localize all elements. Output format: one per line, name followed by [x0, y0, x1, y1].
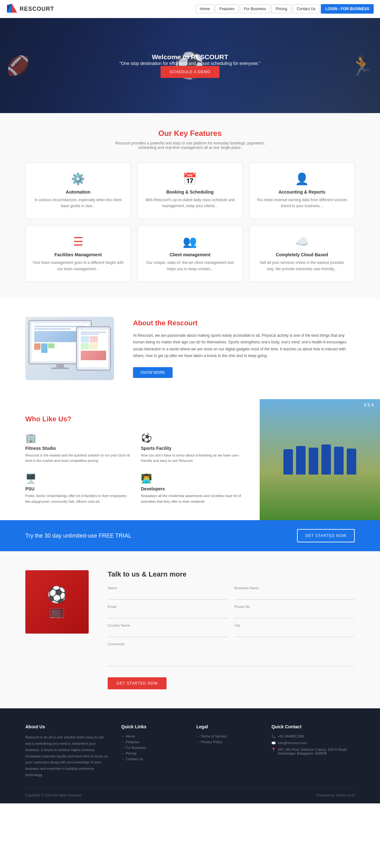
footer-phone-item: 📞 +91 8448811368: [272, 734, 355, 738]
soccer-image-placeholder: 3 2 4: [260, 399, 380, 520]
business-name-input[interactable]: [234, 591, 355, 600]
footer-bottom: Copyright © 2018 All rights reserved. Po…: [25, 788, 355, 797]
bar-3: [48, 343, 55, 348]
nav-contact[interactable]: Contact Us: [293, 4, 319, 13]
footer-quicklinks-title: Quick Links: [121, 724, 184, 729]
login-button[interactable]: LOGIN - FOR BUSINESS: [321, 4, 374, 13]
player-2: [296, 446, 306, 474]
tg-4: [90, 343, 98, 349]
email-field: Email: [108, 605, 228, 618]
city-label: City: [234, 623, 355, 627]
form-row-2: Email Phone No: [108, 605, 355, 618]
sports-figure-left: 🏈: [6, 55, 30, 77]
developers-icon: 👨‍💻: [141, 473, 247, 484]
contact-title: Talk to us & Learn more: [108, 570, 355, 579]
footer-link-contact[interactable]: Contact Us: [121, 757, 184, 761]
name-field: Name: [108, 586, 228, 600]
hero-welcome: Welcome to: [152, 53, 191, 61]
footer-about-col: About Us Rescourt is an all-in-one solut…: [25, 724, 108, 778]
who-section: Who Like Us? 🏢 Fitness Studio Rescourt i…: [0, 399, 380, 520]
footer-link-home[interactable]: Home: [121, 734, 184, 738]
know-more-button[interactable]: KNOW MORE: [133, 367, 172, 378]
accounting-icon: 👤: [256, 172, 348, 186]
features-section: Our Key Features Rescourt provides a pow…: [0, 113, 380, 298]
hero-cta-button[interactable]: SCHEDULE A DEMO: [161, 66, 219, 78]
nav-home[interactable]: Home: [196, 4, 214, 13]
form-row-3: Country Name City: [108, 623, 355, 637]
nav-features[interactable]: Features: [215, 4, 239, 13]
tg-1: [81, 336, 89, 342]
facilities-title: Facilities Management: [32, 252, 124, 257]
mockup-container: [29, 320, 111, 377]
footer-legal-title: Legal: [196, 724, 259, 729]
bar-2: [41, 343, 48, 353]
player-4: [321, 444, 331, 474]
trial-button[interactable]: GET STARTED NOW: [297, 529, 355, 542]
player-6: [347, 448, 356, 474]
phone-label: Phone No: [234, 605, 355, 609]
tablet-chart: [81, 351, 106, 360]
who-title: Who Like Us?: [25, 415, 247, 423]
country-input[interactable]: [108, 628, 228, 637]
who-item-psu: 🖥️ PSU Public Sector Undertakings offer …: [25, 473, 131, 504]
footer-link-pricing[interactable]: Pricing: [121, 751, 184, 755]
sports-icon: ⚽: [141, 433, 247, 443]
logo: RESCOURT: [6, 3, 54, 14]
contact-image: ⚽ 📺: [25, 570, 89, 633]
trial-text: Try the 30 day unlimited-use FREE TRIAL: [25, 532, 131, 539]
who-item-fitness: 🏢 Fitness Studio Rescourt is the easiest…: [25, 433, 131, 464]
booking-title: Booking & Scheduling: [144, 189, 236, 194]
automation-title: Automation: [32, 189, 124, 194]
logo-icon: [6, 3, 18, 14]
tablet-screen: [79, 330, 108, 367]
sports-desc: Now you don't have to worry about schedu…: [141, 453, 247, 464]
accounting-desc: You need revenue earning data from diffe…: [256, 197, 348, 209]
client-title: Client management: [144, 252, 236, 257]
footer-link-forbusiness[interactable]: For Business: [121, 746, 184, 749]
footer-address: #57, 4th Floor, Defence Colony, 100 Ft R…: [278, 748, 355, 755]
player-3: [309, 447, 318, 474]
features-grid: ⚙️ Automation In various circumstances, …: [25, 162, 355, 282]
email-input[interactable]: [108, 610, 228, 618]
powered-by-text: Powered by: Ebaco.co.in: [316, 793, 355, 797]
cloud-icon: ☁️: [256, 235, 348, 248]
footer-link-features[interactable]: Features: [121, 740, 184, 744]
logo-text: RESCOURT: [20, 6, 54, 12]
who-item-developers: 👨‍💻 Developers Nowadays all the resident…: [141, 473, 247, 504]
hero-title: Welcome to RESCOURT: [119, 53, 261, 61]
footer-about-text: Rescourt is an all-in-one solution that'…: [25, 734, 108, 778]
soccer-ball-icon: ⚽: [47, 585, 67, 604]
city-input[interactable]: [234, 628, 355, 637]
facilities-icon: ☰: [32, 235, 124, 248]
sports-title: Sports Facility: [141, 446, 247, 451]
jersey-numbers: 3 2 4: [364, 402, 374, 407]
hero-section: 🏈 ⚽ 🏃 Welcome to RESCOURT "One stop dest…: [0, 18, 380, 113]
form-row-1: Name Business Name: [108, 586, 355, 600]
nav-for-business[interactable]: For Business: [240, 4, 270, 13]
tg-3: [81, 343, 89, 349]
contact-form: Talk to us & Learn more Name Business Na…: [108, 570, 355, 689]
monitor-stand: [56, 364, 64, 368]
bar-1: [34, 343, 40, 350]
features-title-prefix: O: [158, 129, 164, 137]
psu-desc: Public Sector Undertakings offer lot of …: [25, 493, 131, 504]
comments-input[interactable]: [108, 647, 355, 666]
features-title: Our Key Features: [25, 129, 355, 138]
phone-input[interactable]: [234, 610, 355, 618]
about-title-prefix: A: [133, 319, 138, 327]
footer-quicklinks-col: Quick Links Home Features For Business P…: [121, 724, 184, 778]
about-content: About the Rescourt At Rescourt, we are p…: [133, 319, 355, 378]
accounting-title: Accounting & Reports: [256, 189, 348, 194]
name-input[interactable]: [108, 591, 228, 600]
footer-link-terms[interactable]: Terms of Service: [196, 734, 259, 738]
nav-pricing[interactable]: Pricing: [272, 4, 291, 13]
who-item-sports: ⚽ Sports Facility Now you don't have to …: [141, 433, 247, 464]
business-name-label: Business Name: [234, 586, 355, 590]
hero-brand: RESCOURT: [191, 53, 228, 61]
sports-figure-right: 🏃: [350, 55, 374, 77]
footer-link-privacy[interactable]: Privacy Policy: [196, 740, 259, 744]
contact-submit-button[interactable]: GET STARTED NOW: [108, 677, 166, 689]
player-1: [283, 449, 293, 474]
footer-phone: +91 8448811368: [278, 734, 304, 738]
fitness-title: Fitness Studio: [25, 446, 131, 451]
